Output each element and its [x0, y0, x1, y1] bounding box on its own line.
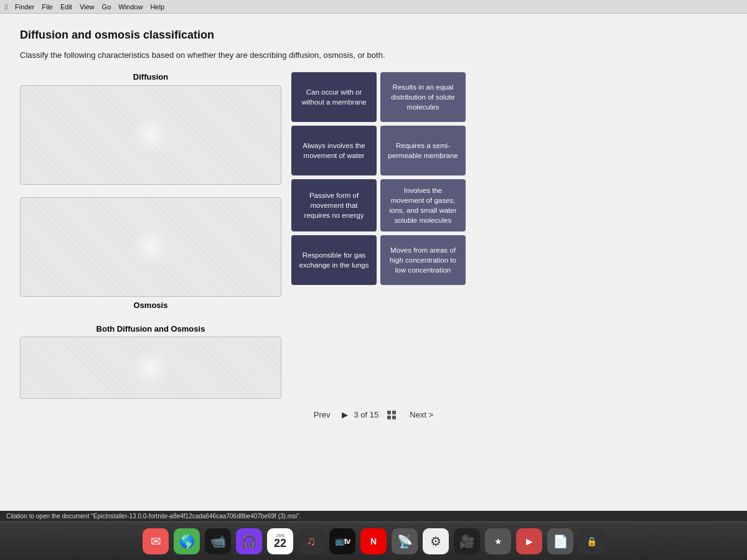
dock-item-safari[interactable]: 🌎 — [174, 528, 200, 554]
dock-item-itunes[interactable]: ♫ — [298, 528, 324, 554]
osmosis-label: Osmosis — [134, 301, 168, 310]
prev-button[interactable]: Prev — [309, 409, 336, 421]
both-drop-zone[interactable] — [20, 337, 281, 399]
diffusion-section: Diffusion — [20, 72, 281, 185]
card-passive-form[interactable]: Passive form of movement that requires n… — [291, 179, 377, 231]
go-menu[interactable]: Go — [102, 3, 111, 11]
both-label: Both Diffusion and Osmosis — [96, 324, 205, 334]
dock-item-mail[interactable]: ✉ — [143, 528, 169, 554]
layout-area: Diffusion Osmosis — [20, 72, 727, 404]
cursor-icon: ▶ — [342, 410, 348, 419]
card-moves-high-low[interactable]: Moves from areas of high concentration t… — [380, 235, 466, 285]
dock-item-finder[interactable]: 🔒 — [578, 528, 604, 554]
dock-item-network[interactable]: 📡 — [392, 528, 418, 554]
diffusion-label: Diffusion — [20, 72, 281, 82]
dock-item-tv[interactable]: 📺tv — [329, 528, 355, 554]
dock-item-app1[interactable]: ★ — [485, 528, 511, 554]
both-section: Both Diffusion and Osmosis — [20, 323, 281, 399]
pagination-bar: Prev ▶ 3 of 15 Next > — [20, 404, 727, 423]
diffusion-drop-zone[interactable] — [20, 85, 281, 185]
subtitle: Classify the following characteristics b… — [20, 50, 727, 60]
dock-item-app2[interactable]: ▶ — [516, 528, 542, 554]
grid-view-icon[interactable] — [387, 411, 396, 419]
cards-grid: Can occur with or without a membrane Res… — [291, 72, 466, 285]
card-responsible-gas[interactable]: Responsible for gas exchange in the lung… — [291, 235, 377, 285]
dock-item-cam[interactable]: 🎥 — [454, 528, 480, 554]
menu-bar:  Finder File Edit View Go Window Help — [0, 0, 747, 14]
dock-item-settings[interactable]: ⚙ — [423, 528, 449, 554]
file-menu[interactable]: File — [42, 3, 53, 11]
left-col: Diffusion Osmosis — [20, 72, 281, 404]
dock-item-app3[interactable]: 📄 — [547, 528, 573, 554]
apple-menu[interactable]:  — [5, 3, 7, 11]
dock-item-netflix[interactable]: N — [360, 528, 387, 554]
edit-menu[interactable]: Edit — [60, 3, 72, 11]
window-menu[interactable]: Window — [118, 3, 143, 11]
notification-bar: Citation to open the document "EpicInsta… — [0, 511, 747, 521]
osmosis-section: Osmosis — [20, 197, 281, 310]
card-can-occur[interactable]: Can occur with or without a membrane — [291, 72, 377, 122]
finder-menu[interactable]: Finder — [15, 3, 34, 11]
page-indicator: 3 of 15 — [354, 410, 379, 419]
card-always-involves[interactable]: Always involves the movement of water — [291, 126, 377, 175]
card-involves-movement[interactable]: Involves the movement of gases, ions, an… — [380, 179, 466, 231]
card-results-equal[interactable]: Results in an equal distribution of solu… — [380, 72, 466, 122]
dock-item-podcast[interactable]: 🎧 — [236, 528, 262, 554]
help-menu[interactable]: Help — [150, 3, 164, 11]
dock: ✉ 🌎 📹 🎧 JAN 22 ♫ 📺tv N 📡 ⚙ 🎥 ★ ▶ 📄 🔒 — [0, 521, 747, 560]
card-requires-semi[interactable]: Requires a semi-permeable membrane — [380, 126, 466, 175]
dock-item-facetime[interactable]: 📹 — [205, 528, 231, 554]
dock-item-calendar[interactable]: JAN 22 — [267, 528, 293, 554]
next-button[interactable]: Next > — [405, 409, 438, 421]
view-menu[interactable]: View — [80, 3, 95, 11]
main-content: Diffusion and osmosis classification Cla… — [0, 14, 747, 511]
osmosis-drop-zone[interactable] — [20, 197, 281, 297]
page-title: Diffusion and osmosis classification — [20, 29, 727, 42]
